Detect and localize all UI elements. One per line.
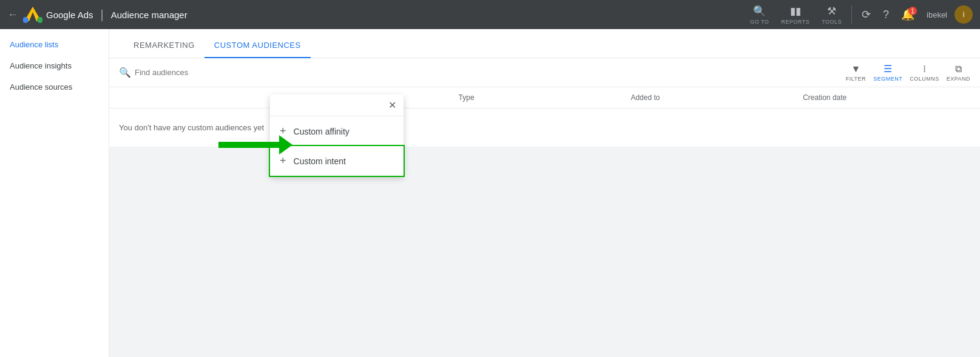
- col-header-creation-date: Creation date: [798, 87, 970, 108]
- username-label: ibekel: [922, 10, 952, 19]
- search-icon: 🔍: [119, 67, 131, 78]
- arrow-head: [279, 135, 292, 155]
- plus-icon-intent: +: [280, 155, 286, 167]
- user-avatar[interactable]: i: [955, 5, 973, 24]
- back-icon[interactable]: ←: [7, 8, 18, 21]
- tabs-bar: REMARKETING CUSTOM AUDIENCES: [109, 29, 980, 58]
- table-header: Type Added to Creation date: [109, 87, 980, 108]
- nav-right-actions: 🔍 GO TO ▮▮ REPORTS ⚒ TOOLS ⟳ ? 🔔 1 ibeke…: [745, 2, 973, 27]
- notification-badge: 1: [908, 7, 917, 15]
- page-title: Audience manager: [111, 10, 188, 20]
- tab-custom-audiences[interactable]: CUSTOM AUDIENCES: [204, 33, 311, 58]
- reports-button[interactable]: ▮▮ REPORTS: [776, 2, 814, 27]
- refresh-button[interactable]: ⟳: [857, 8, 876, 21]
- custom-affinity-label: Custom affinity: [294, 127, 350, 136]
- main-content: REMARKETING CUSTOM AUDIENCES 🔍 ▼ FILTER: [109, 29, 980, 357]
- goto-icon: 🔍: [753, 5, 766, 18]
- columns-label: COLUMNS: [910, 76, 939, 82]
- filter-button[interactable]: ▼ FILTER: [846, 64, 866, 82]
- tools-button[interactable]: ⚒ TOOLS: [817, 2, 847, 27]
- segment-label: SEGMENT: [873, 76, 902, 82]
- filter-icon: ▼: [851, 64, 861, 75]
- goto-label: GO TO: [750, 19, 769, 25]
- notifications-button[interactable]: 🔔 1: [896, 8, 919, 21]
- avatar-initial: i: [963, 10, 965, 19]
- table-area: 🔍 ▼ FILTER ☰ SEGMENT ⁞ COLUMNS: [109, 58, 980, 147]
- help-button[interactable]: ?: [878, 8, 894, 21]
- top-navigation: ← Google Ads | Audience manager 🔍 GO TO …: [0, 0, 980, 29]
- nav-divider: |: [101, 8, 104, 22]
- segment-button[interactable]: ☰ SEGMENT: [873, 63, 902, 82]
- expand-button[interactable]: ⧉ EXPAND: [947, 64, 970, 82]
- dropdown-close-button[interactable]: ✕: [388, 99, 396, 111]
- search-input[interactable]: [135, 68, 256, 77]
- dropdown-close-row: ✕: [270, 95, 404, 116]
- arrow-body: [218, 142, 279, 148]
- col-header-added-to: Added to: [626, 87, 798, 108]
- main-layout: Audience lists Audience insights Audienc…: [0, 29, 980, 357]
- sidebar-item-audience-insights[interactable]: Audience insights: [0, 55, 109, 76]
- sidebar-item-audience-sources[interactable]: Audience sources: [0, 76, 109, 98]
- table-toolbar: 🔍 ▼ FILTER ☰ SEGMENT ⁞ COLUMNS: [109, 58, 980, 87]
- annotation-arrow: [218, 135, 292, 155]
- toolbar-actions: ▼ FILTER ☰ SEGMENT ⁞ COLUMNS ⧉ EXPAND: [846, 63, 970, 82]
- google-ads-text: Google Ads: [46, 10, 93, 20]
- reports-icon: ▮▮: [790, 5, 801, 18]
- segment-icon: ☰: [884, 63, 892, 75]
- filter-label: FILTER: [846, 76, 866, 82]
- nav-separator: [851, 5, 852, 24]
- google-logo-icon: [23, 5, 42, 24]
- sidebar: Audience lists Audience insights Audienc…: [0, 29, 109, 357]
- tab-remarketing[interactable]: REMARKETING: [124, 33, 204, 58]
- col-header-type: Type: [454, 87, 626, 108]
- reports-label: REPORTS: [781, 19, 809, 25]
- custom-intent-label: Custom intent: [294, 156, 346, 166]
- expand-icon: ⧉: [955, 64, 962, 75]
- columns-icon: ⁞: [923, 63, 926, 75]
- columns-button[interactable]: ⁞ COLUMNS: [910, 63, 939, 82]
- search-area: 🔍: [119, 67, 841, 78]
- tools-label: TOOLS: [822, 19, 842, 25]
- goto-button[interactable]: 🔍 GO TO: [745, 2, 774, 27]
- google-ads-logo: Google Ads: [23, 5, 93, 24]
- sidebar-item-audience-lists[interactable]: Audience lists: [0, 34, 109, 55]
- tools-icon: ⚒: [827, 5, 836, 18]
- expand-label: EXPAND: [947, 76, 970, 82]
